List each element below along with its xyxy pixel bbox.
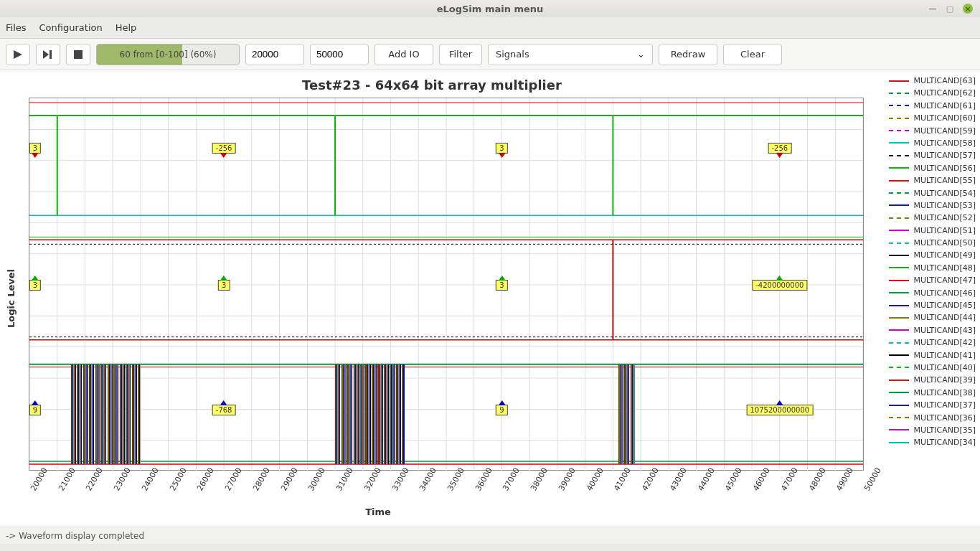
- legend-item[interactable]: MULTICAND[63]: [867, 76, 976, 85]
- legend-label: MULTICAND[46]: [913, 288, 976, 298]
- legend-label: MULTICAND[57]: [913, 151, 976, 160]
- signals-select[interactable]: Signals ⌄: [488, 44, 653, 65]
- plot-title: Test#23 - 64x64 bit array multiplier: [0, 70, 864, 95]
- plot-frame[interactable]: 3-2563-256333-42000000009-76891075200000…: [29, 98, 864, 471]
- legend-swatch: [889, 267, 909, 268]
- legend-item[interactable]: MULTICAND[44]: [867, 313, 976, 322]
- minimize-icon[interactable]: —: [928, 4, 937, 13]
- close-icon[interactable]: ×: [963, 4, 973, 14]
- legend-label: MULTICAND[62]: [913, 88, 976, 98]
- legend-item[interactable]: MULTICAND[37]: [867, 400, 976, 410]
- legend-label: MULTICAND[59]: [913, 126, 976, 136]
- value-marker: 9: [29, 405, 41, 415]
- play-button[interactable]: [6, 44, 30, 65]
- value-marker: 9: [496, 405, 507, 415]
- dense-transitions: [618, 364, 635, 464]
- menu-files[interactable]: Files: [6, 22, 27, 33]
- add-io-button[interactable]: Add IO: [374, 44, 433, 65]
- legend-swatch: [889, 405, 909, 406]
- step-button[interactable]: [36, 44, 60, 65]
- chevron-down-icon: ⌄: [637, 49, 645, 60]
- legend-swatch: [889, 342, 909, 344]
- legend-label: MULTICAND[52]: [913, 213, 976, 222]
- legend-item[interactable]: MULTICAND[36]: [867, 413, 976, 423]
- legend-swatch: [889, 429, 909, 430]
- value-marker: 3: [29, 143, 41, 154]
- legend-label: MULTICAND[44]: [913, 313, 976, 322]
- legend-label: MULTICAND[43]: [913, 326, 976, 335]
- legend-item[interactable]: MULTICAND[60]: [867, 113, 976, 123]
- legend-swatch: [889, 280, 909, 281]
- legend-item[interactable]: MULTICAND[47]: [867, 276, 976, 285]
- legend-item[interactable]: MULTICAND[39]: [867, 375, 976, 385]
- legend-label: MULTICAND[49]: [913, 250, 976, 260]
- legend-item[interactable]: MULTICAND[46]: [867, 288, 976, 298]
- legend-item[interactable]: MULTICAND[61]: [867, 101, 976, 110]
- legend-swatch: [889, 367, 909, 368]
- dense-transitions: [71, 364, 141, 464]
- clear-button[interactable]: Clear: [723, 44, 782, 65]
- legend-item[interactable]: MULTICAND[40]: [867, 363, 976, 372]
- menu-help[interactable]: Help: [116, 22, 137, 33]
- legend-item[interactable]: MULTICAND[49]: [867, 250, 976, 260]
- menu-configuration[interactable]: Configuration: [39, 22, 103, 33]
- dense-transitions: [335, 364, 405, 464]
- legend-item[interactable]: MULTICAND[56]: [867, 164, 976, 173]
- legend-item[interactable]: MULTICAND[35]: [867, 425, 976, 435]
- legend-label: MULTICAND[58]: [913, 138, 976, 148]
- legend-label: MULTICAND[42]: [913, 338, 976, 347]
- legend-item[interactable]: MULTICAND[57]: [867, 151, 976, 160]
- toolbar: 60 from [0-100] (60%) Add IO Filter Sign…: [0, 39, 980, 70]
- legend-label: MULTICAND[60]: [913, 113, 976, 123]
- legend-item[interactable]: MULTICAND[58]: [867, 138, 976, 148]
- legend-item[interactable]: MULTICAND[38]: [867, 388, 976, 397]
- legend-item[interactable]: MULTICAND[54]: [867, 189, 976, 198]
- legend-label: MULTICAND[51]: [913, 226, 976, 235]
- window-titlebar: eLogSim main menu — ▢ ×: [0, 0, 980, 17]
- legend-swatch: [889, 442, 909, 443]
- legend-swatch: [889, 204, 909, 206]
- legend-swatch: [889, 329, 909, 331]
- legend-item[interactable]: MULTICAND[53]: [867, 201, 976, 210]
- legend-item[interactable]: MULTICAND[42]: [867, 338, 976, 347]
- value-marker: 1075200000000: [746, 405, 813, 415]
- legend-label: MULTICAND[39]: [913, 375, 976, 385]
- legend-item[interactable]: MULTICAND[45]: [867, 301, 976, 310]
- maximize-icon[interactable]: ▢: [946, 4, 954, 13]
- legend-swatch: [889, 242, 909, 244]
- redraw-button[interactable]: Redraw: [659, 44, 717, 65]
- legend-label: MULTICAND[63]: [913, 76, 976, 85]
- value-marker: -768: [212, 405, 236, 415]
- legend-item[interactable]: MULTICAND[59]: [867, 126, 976, 136]
- legend-item[interactable]: MULTICAND[51]: [867, 226, 976, 235]
- menubar: Files Configuration Help: [0, 17, 980, 39]
- range-end-input[interactable]: [310, 44, 369, 65]
- legend-item[interactable]: MULTICAND[62]: [867, 88, 976, 98]
- legend-swatch: [889, 354, 909, 356]
- legend-item[interactable]: MULTICAND[48]: [867, 263, 976, 273]
- legend-label: MULTICAND[54]: [913, 189, 976, 198]
- legend-item[interactable]: MULTICAND[55]: [867, 176, 976, 185]
- filter-button[interactable]: Filter: [439, 44, 482, 65]
- legend-item[interactable]: MULTICAND[50]: [867, 238, 976, 248]
- range-start-input[interactable]: [245, 44, 304, 65]
- x-axis-label: Time: [0, 507, 756, 517]
- legend-label: MULTICAND[38]: [913, 388, 976, 397]
- signals-select-label: Signals: [496, 49, 529, 60]
- value-marker: 3: [496, 280, 507, 291]
- value-marker: 3: [496, 143, 507, 154]
- status-bar: -> Waveform display completed: [0, 527, 980, 544]
- legend-item[interactable]: MULTICAND[34]: [867, 438, 976, 447]
- progress-bar[interactable]: 60 from [0-100] (60%): [96, 44, 240, 65]
- stop-button[interactable]: [66, 44, 90, 65]
- legend-item[interactable]: MULTICAND[41]: [867, 351, 976, 360]
- legend-item[interactable]: MULTICAND[43]: [867, 326, 976, 335]
- legend-label: MULTICAND[36]: [913, 413, 976, 423]
- legend-swatch: [889, 118, 909, 119]
- value-marker: 3: [218, 280, 230, 291]
- legend-label: MULTICAND[41]: [913, 351, 976, 360]
- legend-item[interactable]: MULTICAND[52]: [867, 213, 976, 222]
- y-axis-label: Logic Level: [6, 269, 17, 328]
- legend-swatch: [889, 105, 909, 106]
- legend-label: MULTICAND[53]: [913, 201, 976, 210]
